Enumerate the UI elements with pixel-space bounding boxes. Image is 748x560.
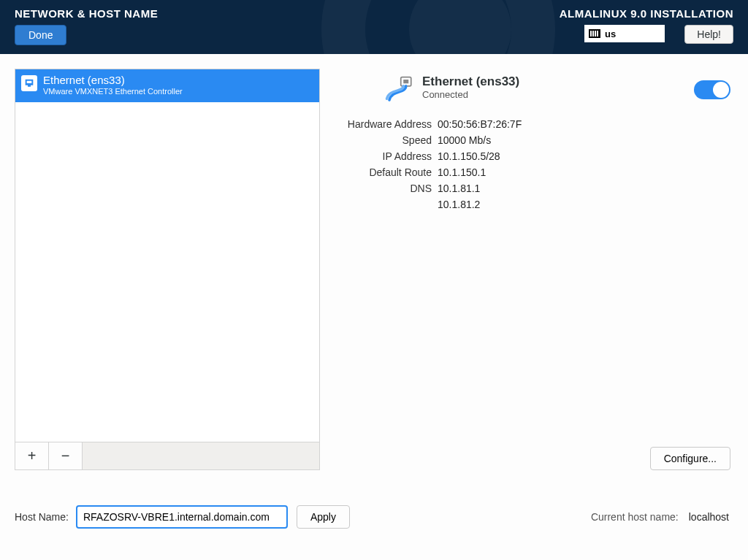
help-button[interactable]: Help!	[684, 25, 733, 44]
dns-label: DNS	[333, 183, 432, 194]
ip-address-label: IP Address	[333, 150, 432, 162]
done-button[interactable]: Done	[15, 25, 66, 45]
dns-value-2: 10.1.81.2	[438, 199, 733, 210]
default-route-label: Default Route	[333, 166, 432, 178]
hw-address-value: 00:50:56:B7:26:7F	[438, 118, 522, 130]
default-route-value: 10.1.150.1	[438, 166, 486, 178]
current-hostname-label: Current host name:	[591, 511, 679, 523]
decorative-swirl	[409, 0, 511, 54]
hw-address-label: Hardware Address	[333, 118, 432, 130]
ethernet-icon	[21, 75, 37, 91]
configure-button[interactable]: Configure...	[650, 447, 730, 470]
interface-list-toolbar: + −	[15, 442, 320, 470]
interface-enable-toggle[interactable]	[694, 80, 730, 99]
keyboard-layout-indicator[interactable]: us	[584, 25, 665, 42]
hostname-footer: Host Name: Apply Current host name: loca…	[0, 485, 748, 529]
interface-subtitle: VMware VMXNET3 Ethernet Controller	[43, 87, 183, 96]
interface-list-panel: Ethernet (ens33) VMware VMXNET3 Ethernet…	[15, 69, 320, 470]
apply-hostname-button[interactable]: Apply	[297, 505, 350, 529]
ethernet-cable-icon	[384, 74, 415, 105]
interface-name: Ethernet (ens33)	[43, 74, 183, 87]
hostname-input[interactable]	[76, 505, 288, 529]
ip-address-value: 10.1.150.5/28	[438, 150, 500, 162]
installer-header: NETWORK & HOST NAME Done ALMALINUX 9.0 I…	[0, 0, 748, 54]
installer-title: ALMALINUX 9.0 INSTALLATION	[560, 7, 733, 20]
add-interface-button[interactable]: +	[15, 442, 49, 469]
toolbar-spacer	[83, 442, 319, 469]
interface-details-panel: Ethernet (ens33) Connected Hardware Addr…	[333, 69, 733, 470]
page-title: NETWORK & HOST NAME	[15, 7, 158, 20]
svg-rect-1	[403, 80, 408, 83]
hostname-label: Host Name:	[15, 511, 69, 523]
interface-list-item[interactable]: Ethernet (ens33) VMware VMXNET3 Ethernet…	[15, 69, 319, 102]
speed-value: 10000 Mb/s	[438, 134, 491, 146]
dns-value-1: 10.1.81.1	[438, 183, 480, 194]
detail-interface-status: Connected	[422, 89, 519, 100]
toggle-knob	[713, 82, 729, 98]
speed-label: Speed	[333, 134, 432, 146]
decorative-swirl	[321, 0, 555, 54]
keyboard-icon	[589, 29, 600, 38]
current-hostname-value: localhost	[689, 511, 729, 523]
keyboard-layout-label: us	[605, 28, 616, 39]
interface-list[interactable]: Ethernet (ens33) VMware VMXNET3 Ethernet…	[15, 69, 320, 442]
remove-interface-button[interactable]: −	[49, 442, 83, 469]
detail-interface-name: Ethernet (ens33)	[422, 74, 519, 89]
